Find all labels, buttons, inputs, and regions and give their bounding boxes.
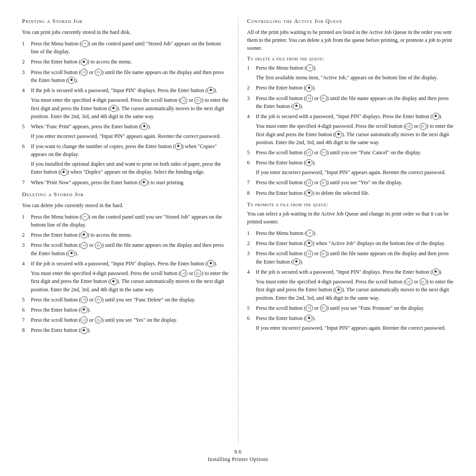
list-item: 1 Press the Menu button (≡) on the contr… — [22, 213, 229, 229]
list-item: 2 Press the Enter button (✱) to access t… — [22, 231, 229, 239]
step-content: Press the scroll button (◁ or ▷) until y… — [256, 178, 454, 186]
sub-paragraph: The first available menu item, "Active J… — [256, 74, 454, 82]
list-item: 5 Press the scroll button (◁ or ▷) until… — [22, 296, 229, 304]
list-item: 7 Press the scroll button (◁ or ▷) until… — [22, 316, 229, 324]
section-controlling: Controlling the Active Job Queue All of … — [247, 18, 454, 332]
scroll-left-icon: ◁ — [306, 179, 313, 186]
deleting-steps-list: 1 Press the Menu button (≡) on the contr… — [22, 213, 229, 335]
page-footer: 9.6 Installing Printer Options — [22, 444, 454, 463]
section-controlling-title: Controlling the Active Job Queue — [247, 18, 454, 25]
enter-icon: ✱ — [81, 59, 88, 66]
step-content: If the job is secured with a password, "… — [31, 86, 229, 120]
delete-queue-steps: 1 Press the Menu button (≡). The first a… — [247, 64, 454, 197]
list-item: 1 Press the Menu button (≡). — [247, 229, 454, 237]
step-num: 1 — [22, 213, 28, 229]
step-num: 3 — [247, 94, 253, 111]
step-content: Press the Enter button (✱) when "Active … — [256, 239, 454, 247]
list-item: 6 Press the Enter button (✱). If you ent… — [247, 314, 454, 332]
list-item: 3 Press the scroll button (◁ or ▷) until… — [247, 94, 454, 111]
step-content: Press the scroll button (◁ or ▷) until t… — [31, 68, 229, 85]
list-item: 5 Press the scroll button (◁ or ▷) until… — [247, 149, 454, 156]
content-columns: Printing a Stored Job You can print jobs… — [22, 18, 454, 444]
scroll-right-icon: ▷ — [320, 250, 327, 257]
enter-icon: ✱ — [335, 131, 342, 138]
scroll-left-icon: ◁ — [81, 242, 88, 249]
scroll-left-icon: ◁ — [306, 250, 313, 257]
enter-icon: ✱ — [60, 169, 67, 176]
section-printing-title: Printing a Stored Job — [22, 18, 229, 25]
scroll-right-icon: ▷ — [95, 296, 102, 303]
step-content: If the job is secured with a password, "… — [31, 260, 229, 294]
menu-icon: ≡ — [306, 64, 313, 71]
section-deleting-title: Deleting a Stored Job — [22, 191, 229, 198]
list-item: 4 If the job is secured with a password,… — [247, 268, 454, 302]
step-content: Press the Enter button (✱). — [256, 84, 454, 92]
subsection-delete-title: To delete a file from the queue: — [247, 56, 454, 62]
scroll-left-icon: ◁ — [306, 149, 313, 156]
step-num: 4 — [22, 260, 28, 294]
scroll-left-icon: ◁ — [306, 305, 313, 312]
step-content: Press the Enter button (✱). — [31, 326, 229, 334]
step-content: Press the scroll button (◁ or ▷) until y… — [31, 316, 229, 324]
page: Printing a Stored Job You can print jobs… — [0, 0, 476, 476]
step-content: Press the Enter button (✱) to delete the… — [256, 189, 454, 197]
scroll-right-icon: ▷ — [95, 69, 102, 76]
enter-icon: ✱ — [81, 327, 88, 334]
step-num: 1 — [22, 40, 28, 56]
enter-icon: ✱ — [335, 286, 342, 294]
step-content: Press the Menu button (≡). The first ava… — [256, 64, 454, 82]
step-num: 7 — [22, 316, 28, 324]
enter-icon: ✱ — [293, 258, 300, 265]
step-num: 6 — [22, 306, 28, 314]
step-content: Press the scroll button (◁ or ▷) until t… — [256, 249, 454, 266]
menu-icon: ≡ — [82, 40, 89, 47]
list-item: 1 Press the Menu button (≡). The first a… — [247, 64, 454, 82]
scroll-left-icon: ◁ — [180, 97, 187, 104]
section-printing-intro: You can print jobs currently stored in t… — [22, 28, 229, 36]
scroll-right-icon: ▷ — [320, 149, 327, 156]
step-num: 7 — [22, 178, 28, 186]
step-content: Press the Enter button (✱) to access the… — [31, 58, 229, 66]
step-content: Press the Enter button (✱). — [31, 306, 229, 314]
step-num: 6 — [22, 142, 28, 176]
step-content: Press the Enter button (✱). If you enter… — [256, 159, 454, 176]
list-item: 5 When "Func Print" appears, press the E… — [22, 123, 229, 140]
scroll-left-icon: ◁ — [306, 95, 313, 102]
sub-paragraph: You must enter the specified 4-digit pas… — [256, 278, 454, 302]
step-content: When "Print Now" appears, press the Ente… — [31, 178, 229, 186]
scroll-right-icon: ▷ — [194, 270, 201, 277]
step-num: 8 — [247, 189, 253, 197]
list-item: 2 Press the Enter button (✱) to access t… — [22, 58, 229, 66]
enter-icon: ✱ — [207, 87, 214, 94]
enter-icon: ✱ — [175, 143, 182, 150]
enter-icon: ✱ — [305, 315, 312, 322]
menu-icon: ≡ — [306, 230, 313, 237]
enter-icon: ✱ — [305, 159, 312, 166]
enter-icon: ✱ — [432, 268, 439, 275]
enter-icon: ✱ — [141, 179, 148, 186]
scroll-right-icon: ▷ — [420, 123, 427, 130]
step-num: 1 — [247, 64, 253, 82]
menu-icon: ≡ — [82, 213, 89, 220]
section-deleting-intro: You can delete jobs currently stored in … — [22, 201, 229, 209]
scroll-right-icon: ▷ — [320, 179, 327, 186]
subsection-promote-intro: You can select a job waiting in the Acti… — [247, 210, 454, 226]
sub-paragraph: You must enter the specified 4-digit pas… — [256, 122, 454, 146]
enter-icon: ✱ — [432, 113, 439, 120]
footer-label: Installing Printer Options — [208, 456, 268, 462]
sub-paragraph: You must enter the specified 4-digit pas… — [31, 96, 229, 120]
step-content: Press the Enter button (✱). If you enter… — [256, 314, 454, 332]
enter-icon: ✱ — [81, 306, 88, 313]
list-item: 3 Press the scroll button (◁ or ▷) until… — [22, 241, 229, 257]
scroll-left-icon: ◁ — [81, 296, 88, 303]
step-num: 2 — [247, 84, 253, 92]
step-num: 6 — [247, 159, 253, 176]
list-item: 4 If the job is secured with a password,… — [247, 112, 454, 146]
section-controlling-intro: All of the print jobs waiting to be prin… — [247, 28, 454, 52]
step-num: 7 — [247, 178, 253, 186]
step-num: 5 — [247, 149, 253, 156]
list-item: 1 Press the Menu button (≡) on the contr… — [22, 40, 229, 56]
step-content: If you want to change the number of copi… — [31, 142, 229, 176]
scroll-left-icon: ◁ — [405, 123, 413, 130]
right-column: Controlling the Active Job Queue All of … — [238, 18, 454, 444]
